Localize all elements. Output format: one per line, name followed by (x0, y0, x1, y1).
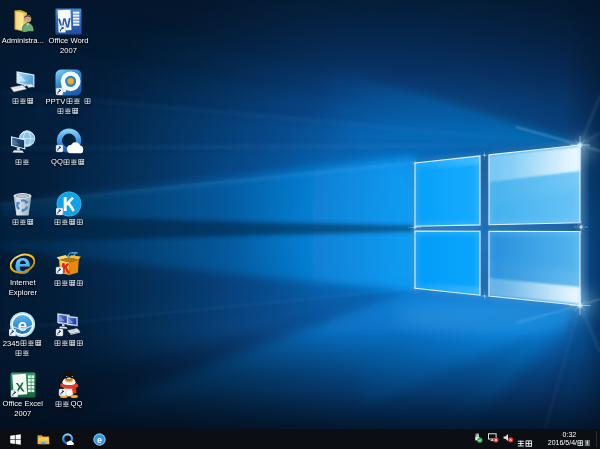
svg-text:e: e (96, 434, 101, 444)
svg-text:e: e (18, 316, 27, 335)
